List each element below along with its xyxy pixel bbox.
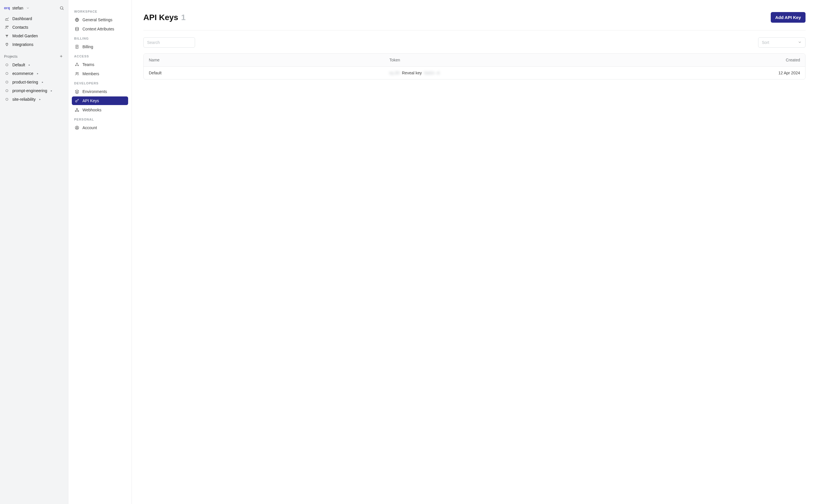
contacts-icon	[5, 25, 9, 30]
caret-right-icon: ▸	[29, 63, 30, 66]
settings-api-keys[interactable]: API Keys	[72, 96, 128, 105]
table-row: Default ey.Jhl Reveal key NaGn -A 12 Apr…	[144, 67, 805, 79]
svg-point-3	[7, 26, 8, 27]
add-project-icon[interactable]	[59, 54, 63, 59]
caret-right-icon: ▸	[51, 89, 52, 92]
add-api-key-button[interactable]: Add API Key	[771, 12, 806, 23]
cell-token: ey.Jhl Reveal key NaGn -A	[384, 67, 665, 79]
group-billing: BILLING	[72, 34, 128, 42]
search-input[interactable]	[143, 37, 195, 48]
project-dot-icon	[5, 80, 9, 84]
svg-point-28	[76, 127, 77, 128]
row-created: 12 Apr 2024	[778, 71, 800, 75]
members-icon	[75, 71, 79, 76]
nav-integrations[interactable]: Integrations	[3, 40, 65, 49]
svg-point-25	[75, 111, 76, 111]
settings-account[interactable]: Account	[72, 123, 128, 132]
workspace-switcher[interactable]: orq stefan	[4, 6, 30, 10]
workspace-switcher-row: orq stefan	[3, 4, 65, 14]
layers-icon	[75, 27, 79, 31]
chevron-down-icon	[798, 40, 802, 45]
cell-created: 12 Apr 2024	[665, 67, 805, 79]
page-header: API Keys 1 Add API Key	[143, 12, 806, 30]
settings-billing[interactable]: Billing	[72, 42, 128, 51]
nav-label: Model Garden	[12, 34, 38, 38]
reveal-key-link[interactable]: Reveal key	[402, 71, 422, 75]
svg-marker-22	[75, 90, 79, 92]
caret-right-icon: ▸	[39, 98, 41, 101]
svg-point-21	[77, 73, 78, 73]
settings-label: General Settings	[82, 18, 112, 22]
project-default[interactable]: Default ▸	[3, 61, 65, 69]
caret-right-icon: ▸	[42, 81, 43, 84]
receipt-icon	[75, 44, 79, 49]
group-access: ACCESS	[72, 52, 128, 60]
settings-webhooks[interactable]: Webhooks	[72, 106, 128, 114]
token-prefix-blurred: ey.Jhl	[389, 71, 400, 75]
project-dot-icon	[5, 71, 9, 76]
settings-context-attributes[interactable]: Context Attributes	[72, 25, 128, 33]
settings-teams[interactable]: Teams	[72, 60, 128, 69]
primary-sidebar: orq stefan Dashboard Contacts Model Gard…	[0, 0, 68, 504]
token-suffix-blurred: NaGn -A	[424, 71, 440, 75]
table-header: Name Token Created	[144, 54, 805, 67]
project-dot-icon	[5, 63, 9, 67]
nav-label: Contacts	[12, 25, 28, 30]
team-icon	[75, 62, 79, 67]
caret-right-icon: ▸	[37, 72, 38, 75]
page-title: API Keys 1	[143, 13, 185, 22]
globe-icon	[75, 18, 79, 22]
svg-point-2	[6, 26, 7, 27]
settings-members[interactable]: Members	[72, 69, 128, 78]
project-product-tiering[interactable]: product-tiering ▸	[3, 78, 65, 86]
nav-dashboard[interactable]: Dashboard	[3, 14, 65, 23]
key-icon	[75, 98, 79, 103]
sort-placeholder: Sort	[762, 40, 769, 45]
nav-model-garden[interactable]: Model Garden	[3, 32, 65, 40]
settings-label: Environments	[82, 89, 107, 94]
cell-name].name: Default	[144, 67, 384, 79]
settings-label: Context Attributes	[82, 27, 114, 31]
dashboard-icon	[5, 16, 9, 21]
account-icon	[75, 125, 79, 130]
webhook-icon	[75, 108, 79, 112]
settings-sidebar: WORKSPACE General Settings Context Attri…	[68, 0, 132, 504]
col-token: Token	[384, 54, 665, 66]
settings-label: Webhooks	[82, 108, 101, 112]
svg-line-1	[63, 9, 63, 10]
project-dot-icon	[5, 88, 9, 93]
project-label: product-tiering	[12, 80, 38, 84]
project-label: ecommerce	[12, 71, 33, 76]
project-label: Default	[12, 63, 25, 67]
project-label: site-reliability	[12, 97, 36, 102]
page-title-text: API Keys	[143, 13, 178, 22]
nav-contacts[interactable]: Contacts	[3, 23, 65, 32]
search-icon[interactable]	[59, 6, 64, 10]
svg-point-20	[76, 72, 77, 73]
svg-point-7	[6, 72, 8, 75]
settings-label: Teams	[82, 62, 94, 67]
project-prompt-engineering[interactable]: prompt-engineering ▸	[3, 86, 65, 95]
settings-general[interactable]: General Settings	[72, 15, 128, 24]
settings-environments[interactable]: Environments	[72, 87, 128, 96]
group-personal: PERSONAL	[72, 115, 128, 123]
settings-label: Billing	[82, 44, 93, 49]
project-ecommerce[interactable]: ecommerce ▸	[3, 69, 65, 78]
nav-label: Integrations	[12, 42, 33, 47]
project-site-reliability[interactable]: site-reliability ▸	[3, 95, 65, 104]
svg-point-8	[6, 81, 8, 83]
svg-point-9	[6, 90, 8, 92]
col-created: Created	[665, 54, 805, 66]
svg-point-10	[6, 98, 8, 100]
page-title-count: 1	[181, 13, 185, 22]
svg-point-17	[76, 63, 77, 64]
svg-point-0	[60, 7, 63, 9]
api-keys-table: Name Token Created Default ey.Jhl Reveal…	[143, 53, 806, 80]
svg-point-6	[6, 64, 8, 66]
sort-dropdown[interactable]: Sort	[758, 37, 806, 48]
workspace-name: stefan	[12, 6, 23, 10]
group-workspace: WORKSPACE	[72, 7, 128, 15]
svg-point-12	[75, 27, 79, 28]
nav-label: Dashboard	[12, 16, 32, 21]
org-logo: orq	[4, 6, 10, 10]
